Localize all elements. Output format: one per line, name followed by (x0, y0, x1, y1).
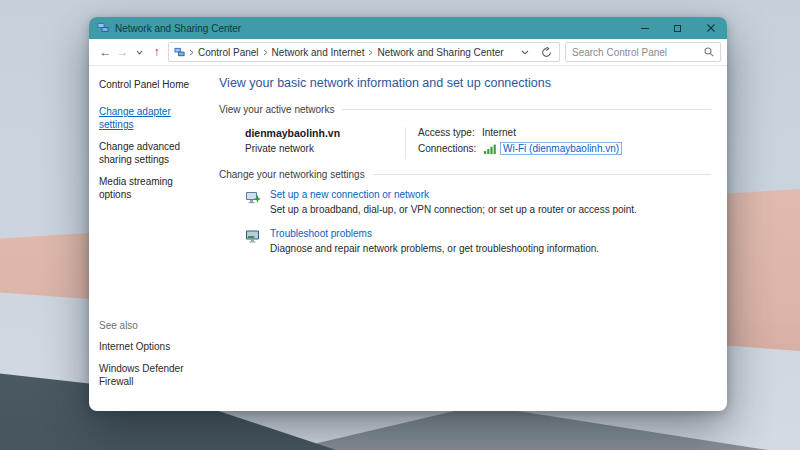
setup-connection-text: Set up a new connection or network Set u… (270, 189, 637, 215)
network-sharing-center-window: Network and Sharing Center ← → ↑ (89, 17, 727, 411)
active-networks-section-header: View your active networks (219, 104, 711, 115)
address-dropdown-button[interactable] (521, 50, 529, 55)
troubleshoot-item: Troubleshoot problems Diagnose and repai… (219, 228, 711, 254)
troubleshoot-link[interactable]: Troubleshoot problems (270, 228, 599, 239)
back-icon: ← (100, 45, 112, 59)
active-network-block: dienmaybaolinh.vn Private network Access… (219, 124, 711, 169)
sidebar-item-windows-defender-firewall[interactable]: Windows Defender Firewall (99, 362, 203, 388)
search-input[interactable] (572, 47, 704, 58)
up-icon: ↑ (154, 45, 160, 59)
window-content: Control Panel Home Change adapter settin… (89, 66, 727, 411)
chevron-down-icon (136, 50, 143, 55)
minimize-icon (641, 28, 649, 29)
network-app-icon (97, 22, 109, 34)
see-also-label: See also (99, 320, 203, 331)
setup-connection-link[interactable]: Set up a new connection or network (270, 189, 637, 200)
forward-icon: → (117, 45, 129, 59)
page-title: View your basic network information and … (219, 76, 711, 90)
new-connection-icon (245, 189, 261, 215)
networking-settings-section-header: Change your networking settings (219, 169, 711, 180)
sidebar: Control Panel Home Change adapter settin… (89, 66, 209, 411)
network-type: Private network (245, 143, 393, 154)
troubleshoot-text: Troubleshoot problems Diagnose and repai… (270, 228, 599, 254)
breadcrumb-network-and-internet[interactable]: Network and Internet (272, 47, 365, 58)
access-type-value: Internet (482, 127, 516, 138)
sidebar-item-change-adapter-settings[interactable]: Change adapter settings (99, 105, 203, 131)
network-name: dienmaybaolinh.vn (245, 127, 393, 139)
refresh-icon (541, 47, 552, 58)
breadcrumb-separator-icon (263, 49, 268, 56)
address-bar[interactable]: Control Panel Network and Internet Netwo… (168, 42, 560, 62)
close-icon (707, 24, 715, 32)
section-divider (373, 174, 711, 175)
wifi-connection-link[interactable]: Wi-Fi (dienmaybaolinh.vn) (500, 142, 622, 155)
recent-pages-button[interactable] (131, 42, 148, 62)
vertical-divider (405, 127, 406, 159)
network-details: Access type: Internet Connections: (418, 127, 622, 159)
close-button[interactable] (694, 17, 727, 39)
breadcrumb-separator-icon (189, 49, 194, 56)
back-button[interactable]: ← (97, 42, 114, 62)
network-location-icon (174, 47, 185, 58)
troubleshoot-description: Diagnose and repair network problems, or… (270, 243, 599, 254)
access-type-label: Access type: (418, 127, 482, 138)
breadcrumb-network-and-sharing-center[interactable]: Network and Sharing Center (377, 47, 503, 58)
network-identity: dienmaybaolinh.vn Private network (245, 127, 393, 159)
setup-connection-description: Set up a broadband, dial-up, or VPN conn… (270, 204, 637, 215)
wifi-signal-icon (484, 144, 497, 154)
networking-settings-label: Change your networking settings (219, 169, 365, 180)
troubleshoot-icon (245, 228, 261, 254)
active-networks-label: View your active networks (219, 104, 334, 115)
search-icon (704, 47, 714, 57)
section-divider (342, 109, 711, 110)
sidebar-item-media-streaming-options[interactable]: Media streaming options (99, 175, 203, 201)
refresh-button[interactable] (541, 47, 552, 58)
setup-connection-item: Set up a new connection or network Set u… (219, 189, 711, 215)
forward-button[interactable]: → (114, 42, 131, 62)
sidebar-item-internet-options[interactable]: Internet Options (99, 340, 203, 353)
minimize-button[interactable] (628, 17, 661, 39)
sidebar-item-control-panel-home[interactable]: Control Panel Home (99, 79, 203, 90)
sidebar-item-change-advanced-sharing-settings[interactable]: Change advanced sharing settings (99, 140, 203, 166)
up-button[interactable]: ↑ (148, 42, 165, 62)
main-panel: View your basic network information and … (209, 66, 727, 411)
navigation-toolbar: ← → ↑ Control Panel Network and Internet… (89, 39, 727, 66)
connections-label: Connections: (418, 143, 482, 154)
breadcrumb-control-panel[interactable]: Control Panel (198, 47, 259, 58)
sidebar-see-also-section: See also Internet Options Windows Defend… (99, 320, 203, 397)
window-title: Network and Sharing Center (115, 23, 241, 34)
chevron-down-icon (521, 50, 529, 55)
maximize-icon (674, 25, 681, 32)
breadcrumb-separator-icon (368, 49, 373, 56)
search-box (565, 42, 721, 62)
title-bar[interactable]: Network and Sharing Center (89, 17, 727, 39)
maximize-button[interactable] (661, 17, 694, 39)
